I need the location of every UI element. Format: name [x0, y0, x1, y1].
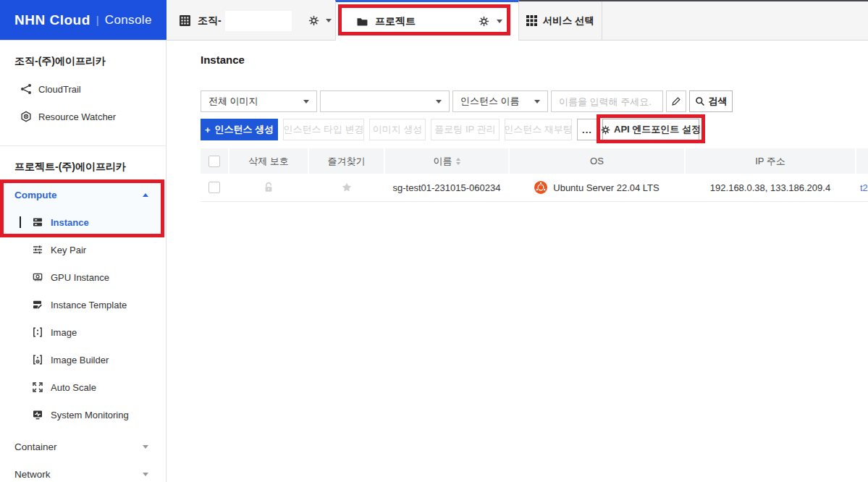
project-tab[interactable]: 프로젝트	[335, 0, 519, 41]
auto-scale-icon	[32, 381, 43, 393]
folder-icon	[356, 16, 368, 28]
main-content: Instance 전체 이미지 인스턴스 이름	[167, 41, 868, 482]
sidebar-item-image[interactable]: Image	[0, 318, 166, 346]
chevron-up-icon	[143, 193, 148, 197]
chevron-down-icon[interactable]	[326, 19, 332, 22]
building-icon	[179, 14, 191, 27]
ubuntu-icon	[534, 181, 547, 194]
grid-icon	[526, 15, 537, 26]
table-header-row: 삭제 보호 즐겨찾기 이름 OS IP 주소	[201, 148, 868, 174]
org-switcher[interactable]: 조직-	[167, 1, 335, 40]
column-ip: IP 주소	[686, 148, 855, 174]
more-icon: ...	[582, 124, 592, 135]
sidebar-item-label: Instance Template	[51, 300, 127, 310]
select-value: 전체 이미지	[208, 95, 258, 108]
change-instance-type-button[interactable]: 인스턴스 타입 변경	[283, 119, 364, 140]
search-button-label: 검색	[709, 95, 728, 108]
chevron-down-icon[interactable]	[497, 20, 502, 23]
unlock-icon	[264, 182, 274, 193]
brand-product: Console	[105, 13, 152, 28]
column-name-label: 이름	[434, 155, 452, 168]
button-label: 이미지 생성	[373, 123, 423, 136]
text-cursor	[20, 216, 21, 228]
sort-icon[interactable]	[456, 158, 460, 165]
key-pair-icon	[32, 244, 43, 255]
search-input[interactable]	[551, 90, 663, 112]
chevron-down-icon	[534, 100, 540, 103]
table-row[interactable]: sg-test01-231015-060234 Ubuntu Server 22…	[201, 174, 868, 202]
column-flavor	[856, 148, 868, 174]
system-monitoring-icon	[32, 409, 43, 420]
action-row: + 인스턴스 생성 인스턴스 타입 변경 이미지 생성 플로팅 IP 관리 인스…	[201, 119, 868, 140]
edit-search-button[interactable]	[666, 90, 686, 112]
search-field-select[interactable]: 인스턴스 이름	[452, 90, 548, 112]
image-builder-icon	[32, 354, 43, 365]
sidebar-item-label: Instance	[51, 217, 89, 228]
sidebar-item-cloudtrail[interactable]: CloudTrail	[0, 75, 166, 103]
sidebar-item-label: System Monitoring	[51, 410, 129, 420]
star-icon[interactable]	[341, 182, 353, 193]
resource-watcher-icon	[20, 111, 32, 122]
flavor-cell: t2	[856, 174, 868, 201]
sidebar-item-gpu-instance[interactable]: GPU Instance	[0, 263, 166, 291]
services-label: 서비스 선택	[543, 14, 594, 28]
filter-row: 전체 이미지 인스턴스 이름 검색	[201, 90, 868, 112]
sidebar-item-instance[interactable]: Instance	[0, 208, 166, 236]
secondary-filter-select[interactable]	[320, 90, 450, 112]
sidebar-item-system-monitoring[interactable]: System Monitoring	[0, 401, 166, 428]
chevron-down-icon	[436, 100, 442, 103]
image-filter-select[interactable]: 전체 이미지	[201, 90, 317, 112]
sidebar-item-label: Image	[51, 327, 77, 338]
ip-cell: 192.168.0.38, 133.186.209.4	[686, 174, 855, 201]
floating-ip-button[interactable]: 플로팅 IP 관리	[431, 119, 500, 140]
pencil-icon	[671, 96, 681, 106]
org-name-redacted	[225, 11, 292, 31]
os-label: Ubuntu Server 22.04 LTS	[553, 182, 659, 193]
search-button[interactable]: 검색	[689, 90, 733, 112]
project-tab-label: 프로젝트	[375, 15, 416, 28]
sidebar-group-network[interactable]: Network	[0, 460, 166, 482]
chevron-down-icon	[303, 100, 309, 103]
instance-table: 삭제 보호 즐겨찾기 이름 OS IP 주소	[201, 148, 868, 202]
brand-separator: |	[96, 14, 99, 26]
sidebar-item-label: Key Pair	[51, 245, 86, 255]
sidebar-item-instance-template[interactable]: Instance Template	[0, 291, 166, 318]
topbar: NHN Cloud | Console 조직- 프로젝트	[0, 0, 868, 41]
sidebar-item-auto-scale[interactable]: Auto Scale	[0, 373, 166, 401]
sidebar-item-key-pair[interactable]: Key Pair	[0, 236, 166, 263]
sidebar-item-image-builder[interactable]: Image Builder	[0, 346, 166, 373]
sidebar-item-resource-watcher[interactable]: Resource Watcher	[0, 103, 166, 130]
sidebar-item-label: Auto Scale	[51, 382, 96, 393]
sidebar-group-container[interactable]: Container	[0, 433, 166, 460]
sidebar-item-label: GPU Instance	[51, 272, 109, 283]
sidebar-item-label: Resource Watcher	[38, 111, 116, 122]
header-checkbox-cell	[201, 148, 228, 174]
sidebar-item-label: Image Builder	[51, 355, 109, 365]
gear-icon[interactable]	[479, 16, 489, 27]
create-instance-button[interactable]: + 인스턴스 생성	[201, 119, 278, 140]
sidebar-item-label: CloudTrail	[38, 84, 81, 95]
app-root: NHN Cloud | Console 조직- 프로젝트	[0, 0, 868, 482]
sidebar: 조직-(주)에이프리카 CloudTrail Resource Watcher …	[0, 41, 167, 482]
instance-icon	[32, 216, 43, 228]
column-name[interactable]: 이름	[385, 148, 508, 174]
instance-name-cell[interactable]: sg-test01-231015-060234	[385, 174, 508, 201]
services-menu[interactable]: 서비스 선택	[519, 1, 602, 40]
api-endpoint-settings-button[interactable]: API 엔드포인트 설정	[602, 119, 699, 140]
gear-icon[interactable]	[308, 15, 319, 26]
column-favorite: 즐겨찾기	[309, 148, 384, 174]
select-all-checkbox[interactable]	[208, 156, 220, 167]
brand-name: NHN Cloud	[14, 12, 90, 28]
more-actions-button[interactable]: ...	[577, 119, 597, 140]
favorite-cell	[309, 174, 384, 201]
image-icon	[32, 326, 43, 338]
chevron-down-icon	[143, 445, 148, 449]
create-image-button[interactable]: 이미지 생성	[369, 119, 426, 140]
brand-logo[interactable]: NHN Cloud | Console	[0, 0, 167, 40]
sidebar-group-compute[interactable]: Compute	[0, 181, 166, 208]
reboot-instance-button[interactable]: 인스턴스 재부팅	[505, 119, 572, 140]
row-checkbox[interactable]	[208, 182, 220, 193]
cloudtrail-icon	[20, 83, 32, 95]
button-label: 플로팅 IP 관리	[434, 123, 495, 136]
sidebar-org-heading: 조직-(주)에이프리카	[0, 48, 166, 75]
